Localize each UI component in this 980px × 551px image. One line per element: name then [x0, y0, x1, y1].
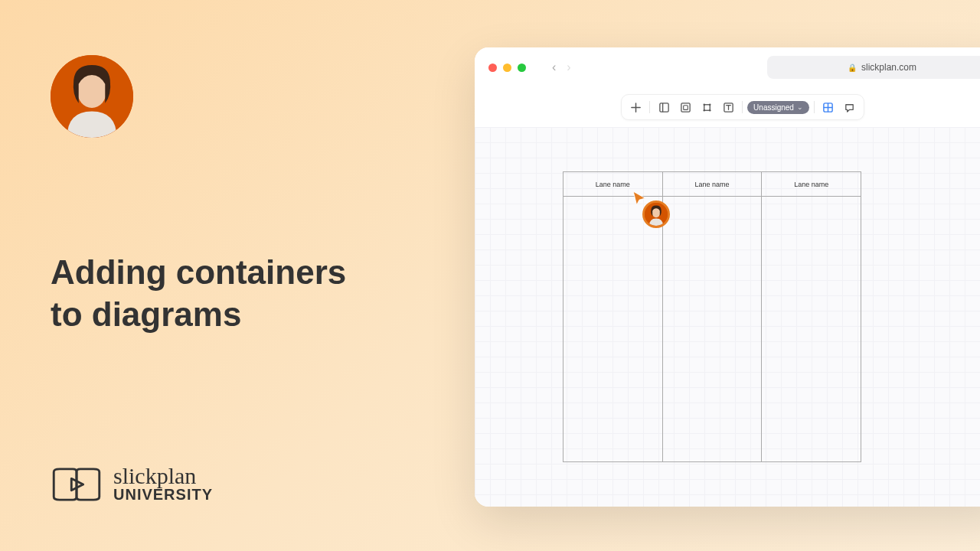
- swimlane-container[interactable]: Lane name Lane name Lane name: [563, 171, 861, 462]
- brand-subtitle: UNIVERSITY: [113, 486, 213, 504]
- svg-rect-2: [659, 103, 668, 111]
- svg-rect-4: [681, 103, 689, 111]
- svg-point-7: [703, 103, 704, 105]
- diagram-canvas[interactable]: Lane name Lane name Lane name: [475, 127, 980, 507]
- toolbar-divider: [649, 101, 650, 113]
- minimize-window-icon[interactable]: [503, 64, 511, 72]
- group-tool-icon[interactable]: [676, 98, 694, 116]
- traffic-lights: [488, 64, 526, 72]
- lock-icon: 🔒: [848, 64, 857, 72]
- lane-header[interactable]: Lane name: [762, 172, 861, 197]
- lane-2[interactable]: Lane name: [663, 172, 763, 461]
- assignment-label: Unassigned: [753, 103, 794, 112]
- title-line-2: to diagrams: [51, 293, 346, 335]
- forward-button[interactable]: ›: [567, 60, 570, 74]
- nav-arrows: ‹ ›: [552, 60, 571, 74]
- maximize-window-icon[interactable]: [518, 64, 526, 72]
- svg-point-9: [703, 109, 704, 111]
- lane-3[interactable]: Lane name: [762, 172, 861, 461]
- brand-logo: slickplan UNIVERSITY: [51, 465, 213, 504]
- close-window-icon[interactable]: [488, 64, 497, 72]
- lane-header[interactable]: Lane name: [663, 172, 762, 197]
- browser-chrome: ‹ › 🔒 slickplan.com: [475, 47, 980, 87]
- book-play-icon: [51, 466, 103, 503]
- title-line-1: Adding containers: [51, 251, 346, 293]
- svg-point-10: [709, 109, 710, 111]
- page-title: Adding containers to diagrams: [51, 251, 346, 335]
- assignment-dropdown[interactable]: Unassigned ⌄: [747, 101, 809, 114]
- back-button[interactable]: ‹: [552, 60, 556, 74]
- shape-tool-icon[interactable]: [697, 98, 716, 116]
- svg-point-8: [709, 103, 710, 105]
- text-tool-icon[interactable]: [719, 98, 737, 116]
- svg-rect-6: [704, 104, 710, 110]
- toolbar-divider: [814, 101, 815, 113]
- grid-tool-icon[interactable]: [819, 98, 838, 116]
- url-bar[interactable]: 🔒 slickplan.com: [767, 56, 980, 79]
- layout-tool-icon[interactable]: [655, 98, 673, 116]
- url-text: slickplan.com: [861, 62, 916, 73]
- lane-1[interactable]: Lane name: [564, 172, 663, 461]
- lane-header[interactable]: Lane name: [564, 172, 662, 197]
- chevron-down-icon: ⌄: [797, 103, 803, 111]
- svg-rect-5: [683, 105, 688, 109]
- presenter-avatar: [51, 55, 133, 138]
- browser-window: ‹ › 🔒 slickplan.com: [475, 47, 980, 507]
- toolbar-divider: [742, 101, 743, 113]
- brand-name: slickplan: [113, 465, 213, 486]
- comment-tool-icon[interactable]: [841, 98, 859, 116]
- app-toolbar: Unassigned ⌄: [475, 87, 980, 127]
- add-button[interactable]: [626, 98, 645, 116]
